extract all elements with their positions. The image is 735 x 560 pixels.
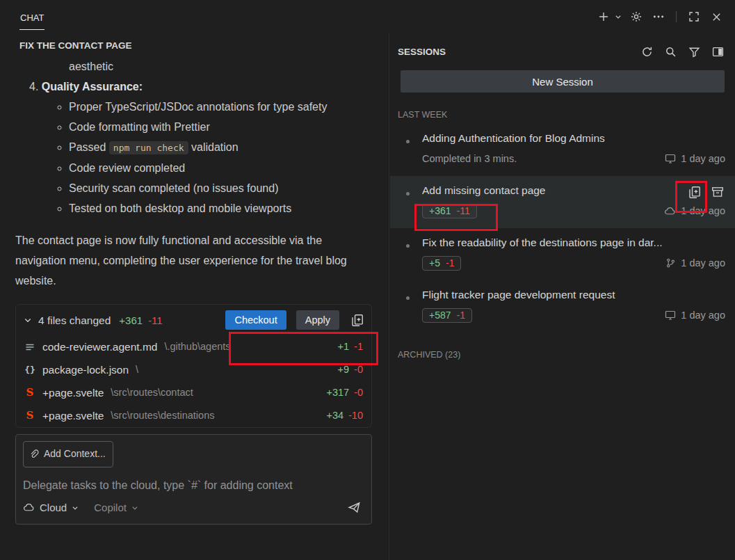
chevron-down-icon[interactable] [613, 8, 623, 26]
chat-panel: FIX THE CONTACT PAGE aesthetic 4. Qualit… [0, 33, 389, 560]
list-item: Proper TypeScript/JSDoc annotations for … [69, 97, 348, 117]
session-time: 1 day ago [681, 153, 725, 164]
cloud-icon [23, 502, 35, 513]
section-label-last-week: LAST WEEK [390, 93, 735, 124]
item-title: Quality Assurance: [42, 81, 143, 93]
refresh-icon[interactable] [638, 42, 656, 61]
paperclip-icon [29, 449, 39, 459]
copy-session-icon[interactable] [685, 183, 703, 201]
file-row[interactable]: code-reviewer.agent.md \.github\agents +… [16, 335, 371, 358]
gear-icon[interactable] [627, 8, 645, 26]
markdown-agent-icon [23, 342, 37, 353]
git-branch-icon [665, 257, 676, 269]
files-changed-header[interactable]: 4 files changed +361 -11 Checkout Apply [16, 305, 371, 335]
diff-badge: +587 -1 [422, 308, 472, 323]
apply-button[interactable]: Apply [296, 310, 339, 330]
list-item: Tested on both desktop and mobile viewpo… [69, 198, 348, 218]
list-item: Code review completed [69, 158, 348, 178]
session-subtitle: Completed in 3 mins. [422, 153, 517, 164]
mode-picker-cloud[interactable]: Cloud [23, 497, 79, 518]
sessions-panel: SESSIONS New Session LAST WEEK Adding Au… [390, 33, 735, 560]
list-item: Passed npm run check validation [69, 137, 348, 158]
archive-icon[interactable] [709, 183, 727, 201]
chevron-down-icon [131, 504, 138, 511]
send-icon[interactable] [345, 499, 363, 517]
section-label-archived[interactable]: ARCHIVED (23) [390, 333, 735, 364]
closing-paragraph: The contact page is now fully functional… [15, 230, 364, 291]
search-icon[interactable] [661, 42, 679, 61]
list-item: Code formatting with Prettier [69, 117, 348, 137]
model-picker-copilot[interactable]: Copilot [94, 497, 138, 518]
removed-lines-count: -11 [148, 310, 163, 330]
chat-session-title: FIX THE CONTACT PAGE [0, 33, 389, 55]
tab-chat[interactable]: CHAT [19, 10, 45, 30]
files-changed-widget: 4 files changed +361 -11 Checkout Apply … [15, 304, 372, 428]
titlebar-separator [676, 11, 677, 22]
session-time: 1 day ago [681, 257, 725, 269]
session-row[interactable]: Flight tracker page development request … [390, 280, 735, 333]
numbered-item: 4. Quality Assurance: [29, 77, 372, 97]
split-view-icon[interactable] [709, 42, 727, 61]
session-row[interactable]: Adding Authentication for Blog Admins Co… [390, 124, 735, 176]
chat-input[interactable]: Delegate tasks to the cloud, type `#` fo… [23, 475, 364, 495]
session-time: 1 day ago [681, 205, 725, 216]
titlebar-actions [595, 8, 725, 26]
diff-badge: +5 -1 [422, 256, 461, 271]
qa-bullet-list: Proper TypeScript/JSDoc annotations for … [15, 97, 372, 218]
json-braces-icon: {} [23, 360, 37, 380]
desktop-icon [665, 310, 676, 321]
file-row[interactable]: {} package-lock.json \ +9 -0 [16, 358, 371, 381]
new-chat-button[interactable] [595, 8, 623, 26]
sessions-title: SESSIONS [398, 47, 638, 57]
cloud-icon [664, 205, 676, 217]
new-session-button[interactable]: New Session [401, 70, 725, 93]
svelte-icon: S [23, 406, 37, 426]
chevron-down-icon [72, 504, 79, 511]
session-time: 1 day ago [681, 310, 725, 321]
more-actions-icon[interactable] [649, 8, 668, 26]
diff-badge: +361 -11 [422, 204, 477, 218]
session-row-selected[interactable]: Add missing contact page +361 -11 1 day … [390, 176, 735, 228]
inline-code: npm run check [109, 141, 188, 154]
file-row[interactable]: S +page.svelte \src\routes\contact +317 … [16, 381, 371, 404]
file-row[interactable]: S +page.svelte \src\routes\destinations … [16, 404, 371, 427]
close-icon[interactable] [707, 8, 725, 26]
copy-changes-icon[interactable] [348, 311, 366, 329]
filter-icon[interactable] [685, 42, 703, 61]
files-changed-summary: 4 files changed [38, 310, 111, 330]
response-line: aesthetic [69, 56, 372, 77]
chevron-down-icon[interactable] [22, 311, 34, 329]
item-number: 4. [29, 81, 38, 93]
panel-titlebar: CHAT [0, 0, 735, 33]
maximize-panel-icon[interactable] [685, 8, 703, 26]
chat-response: aesthetic 4. Quality Assurance: Proper T… [0, 55, 389, 525]
added-lines-count: +361 [119, 310, 143, 330]
chat-input-container[interactable]: Add Context... Delegate tasks to the clo… [15, 434, 372, 525]
add-context-button[interactable]: Add Context... [23, 441, 113, 467]
session-row[interactable]: Fix the readability of the destinations … [390, 228, 735, 280]
plus-icon[interactable] [595, 8, 613, 26]
desktop-icon [665, 153, 676, 164]
svelte-icon: S [23, 383, 37, 403]
checkout-button[interactable]: Checkout [225, 310, 286, 330]
list-item: Security scan completed (no issues found… [69, 178, 348, 198]
